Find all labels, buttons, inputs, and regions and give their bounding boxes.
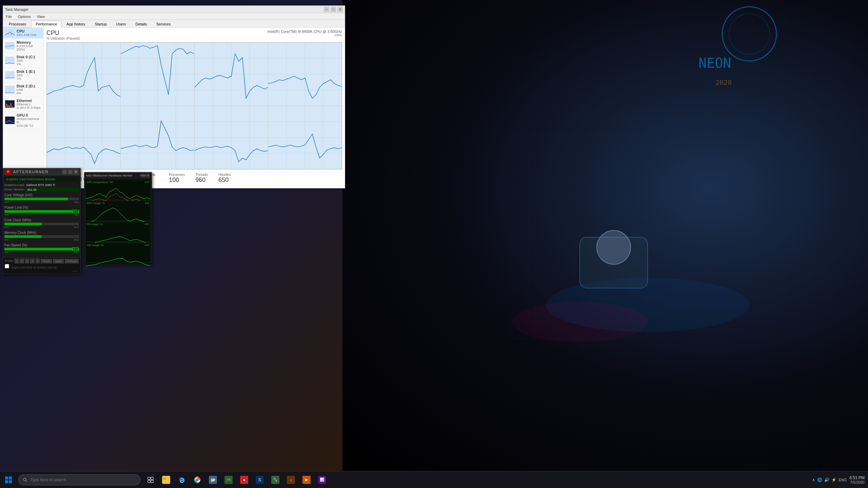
tray-icon-group: ∧ 🌐 🔊 ⚡ ENG: [812, 477, 847, 482]
close-button[interactable]: ✕: [337, 7, 343, 12]
msi-body: Graphics Card Performance Booster Graphi…: [3, 175, 80, 257]
sidebar-item-gpu[interactable]: GPU 0 NVIDIA GeForce R... 21% (38 °C): [3, 111, 43, 129]
svg-point-7: [512, 302, 648, 342]
msi-profile-1[interactable]: 1: [15, 259, 19, 263]
menu-bar: File Options View: [3, 13, 345, 20]
app-icon-10[interactable]: ♪: [283, 471, 298, 488]
tray-network-icon[interactable]: 🌐: [817, 477, 822, 482]
msi-minimize-btn[interactable]: ─: [62, 169, 67, 174]
cpu-header: CPU % Utilization (Paused) Intel(R) Core…: [46, 29, 342, 41]
cpu-model-text: Intel(R) Core(TM) i9-9900K CPU @ 3.60GHz: [268, 29, 342, 34]
msi-monitor-detail-btn[interactable]: Detail: [141, 174, 145, 178]
task-view-button[interactable]: [143, 471, 158, 488]
msi-info-bar: Graphics Card Performance Booster: [4, 177, 79, 182]
msi-profile-5[interactable]: 5: [36, 259, 40, 263]
handles-value: 650: [218, 177, 229, 184]
cpu-main-panel: CPU % Utilization (Paused) Intel(R) Core…: [44, 27, 345, 188]
menu-file[interactable]: File: [4, 14, 13, 19]
msi-power-label: Power Limit (%): [4, 206, 79, 209]
app-icon-8[interactable]: S: [252, 471, 267, 488]
taskbar-search-bar[interactable]: [18, 474, 140, 485]
sidebar-item-ethernet[interactable]: Ethernet Ethernet 2 S: 80.0 R: 0 Kbps: [3, 97, 43, 111]
tab-startup[interactable]: Startup: [90, 21, 111, 27]
app-icon-7[interactable]: ●: [237, 471, 252, 488]
app-icon-11[interactable]: ▶: [299, 471, 314, 488]
msi-power-min: Min: [4, 213, 9, 216]
tab-services[interactable]: Services: [152, 21, 175, 27]
msi-fan-track[interactable]: 100: [4, 248, 79, 250]
gpu-sidebar-text: GPU 0 NVIDIA GeForce R... 21% (38 °C): [17, 113, 41, 127]
msi-close-btn[interactable]: ✕: [74, 169, 78, 174]
sidebar-item-cpu[interactable]: CPU 24% 4.68 GHz: [3, 27, 43, 39]
tray-volume-icon[interactable]: 🔊: [824, 477, 829, 482]
msi-power-track[interactable]: 100: [4, 210, 79, 213]
svg-rect-76: [151, 477, 153, 480]
app5-icon: 📂: [209, 476, 217, 484]
msi-reset-btn[interactable]: Reset: [41, 259, 52, 263]
msi-action-buttons: Reset Apply Settings: [41, 259, 79, 263]
msi-voltage-track[interactable]: [4, 198, 79, 200]
menu-view[interactable]: View: [36, 14, 46, 19]
msi-memclock-track[interactable]: [4, 235, 79, 238]
msi-coreclock-slider: Core Clock (MHz) Min Max: [4, 218, 79, 229]
msi-driver-label: Driver Version:: [4, 188, 24, 192]
app-icon-6[interactable]: 🎮: [221, 471, 236, 488]
msi-driver-row: Driver Version: 451.48: [4, 188, 79, 192]
msi-profile-label: Profile: [5, 259, 14, 263]
pth-stats: Processes Threads Handles 100 960 650: [169, 173, 231, 188]
edge-browser-button[interactable]: [174, 471, 189, 488]
msi-profile-2[interactable]: 2: [20, 259, 24, 263]
msi-fan-labels: Min Max: [4, 251, 79, 254]
app12-icon: 📊: [318, 476, 326, 484]
msi-settings-btn[interactable]: Settings: [65, 259, 79, 263]
disk2-type: USB: [17, 88, 41, 92]
app-icon-9[interactable]: 🔧: [268, 471, 283, 488]
menu-options[interactable]: Options: [17, 14, 32, 19]
msi-fan-value: 100: [72, 247, 79, 251]
gpu-usage-chart: GPU usage, % 415: [85, 201, 151, 221]
msi-memclock-min: Min: [4, 238, 9, 241]
disk0-sidebar-text: Disk 0 (C:) SSD 1%: [17, 55, 41, 66]
tab-processes[interactable]: Processes: [4, 21, 31, 27]
msi-coreclock-track[interactable]: [4, 223, 79, 225]
msi-profile-4[interactable]: 4: [30, 259, 35, 263]
chrome-icon: [193, 476, 201, 484]
vid-usage-label: VID usage, %: [87, 244, 103, 247]
search-input[interactable]: [30, 477, 136, 482]
msi-monitor-close-btn[interactable]: ✕: [146, 174, 150, 178]
file-explorer-button[interactable]: [159, 471, 174, 488]
cpu-core-graph-5: [47, 106, 120, 169]
tray-up-arrow[interactable]: ∧: [812, 477, 815, 482]
msi-fan-max: Max: [74, 251, 79, 254]
sidebar-item-disk2[interactable]: Disk 2 (D:) USB 0%: [3, 82, 43, 97]
tray-battery-icon[interactable]: ⚡: [831, 477, 836, 482]
start-button[interactable]: [0, 471, 17, 488]
tab-performance[interactable]: Performance: [31, 21, 61, 27]
tab-app-history[interactable]: App history: [62, 21, 90, 27]
msi-monitor-body: GPU temperature, DC 415 GPU usage, % 415…: [84, 179, 152, 265]
chrome-button[interactable]: [190, 471, 205, 488]
restore-button[interactable]: □: [331, 7, 336, 12]
tab-users[interactable]: Users: [112, 21, 131, 27]
tab-details[interactable]: Details: [131, 21, 152, 27]
msi-apply-btn[interactable]: Apply: [53, 259, 64, 263]
sidebar-item-disk0[interactable]: Disk 0 (C:) SSD 1%: [3, 53, 43, 68]
msi-memclock-label: Memory Clock (MHz): [4, 231, 79, 235]
eth-name: Ethernet: [17, 99, 41, 103]
cpu-core-graph-4: [268, 43, 342, 106]
tray-lang[interactable]: ENG: [839, 478, 847, 482]
msi-startup-checkbox[interactable]: [5, 264, 9, 268]
system-tray: ∧ 🌐 🔊 ⚡ ENG 6:51 PM 7/5/2020: [812, 475, 868, 484]
cpu-utilization-label: % Utilization (Paused): [46, 37, 80, 40]
sidebar-item-memory[interactable]: Memory 8.2/15.9 GB (52%): [3, 39, 43, 53]
app-icon-12[interactable]: 📊: [315, 471, 330, 488]
app-icon-5[interactable]: 📂: [205, 471, 220, 488]
sidebar-item-disk1[interactable]: Disk 1 (E:) SSD 1%: [3, 68, 43, 82]
tray-time: 6:51 PM: [849, 475, 865, 480]
msi-coreclock-labels: Min Max: [4, 226, 79, 229]
msi-profile-3[interactable]: 3: [25, 259, 29, 263]
msi-fan-slider: Fan Speed (%) 100 Min Max: [4, 243, 79, 254]
msi-maximize-btn[interactable]: □: [68, 169, 73, 174]
tray-clock[interactable]: 6:51 PM 7/5/2020: [849, 475, 865, 484]
minimize-button[interactable]: ─: [324, 7, 329, 12]
